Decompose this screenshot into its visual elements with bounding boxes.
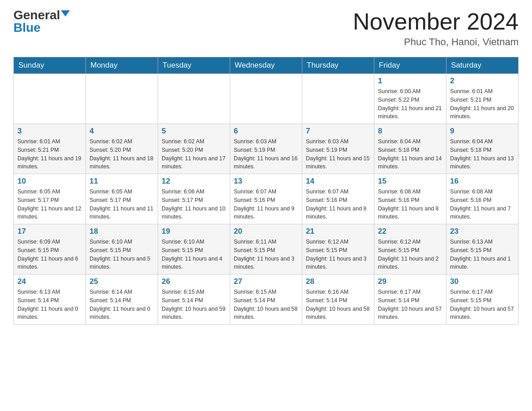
day-info: Sunrise: 6:13 AM Sunset: 5:15 PM Dayligh…: [450, 238, 515, 271]
day-number: 6: [234, 127, 298, 136]
weekday-header-sunday: Sunday: [14, 57, 86, 74]
calendar-cell: 29Sunrise: 6:17 AM Sunset: 5:14 PM Dayli…: [374, 274, 446, 325]
month-year-title: November 2024: [353, 9, 519, 34]
day-info: Sunrise: 6:12 AM Sunset: 5:15 PM Dayligh…: [378, 238, 442, 271]
calendar-week-row: 3Sunrise: 6:01 AM Sunset: 5:21 PM Daylig…: [14, 124, 519, 174]
day-number: 17: [17, 227, 82, 236]
page-header: General Blue November 2024 Phuc Tho, Han…: [13, 9, 519, 48]
weekday-header-monday: Monday: [86, 57, 158, 74]
day-info: Sunrise: 6:05 AM Sunset: 5:17 PM Dayligh…: [17, 188, 82, 221]
calendar-cell: 20Sunrise: 6:11 AM Sunset: 5:15 PM Dayli…: [230, 224, 302, 274]
day-info: Sunrise: 6:11 AM Sunset: 5:15 PM Dayligh…: [234, 238, 298, 271]
day-number: 26: [162, 277, 226, 286]
day-number: 10: [17, 177, 82, 186]
calendar-cell: 4Sunrise: 6:02 AM Sunset: 5:20 PM Daylig…: [86, 124, 158, 174]
calendar-cell: 26Sunrise: 6:15 AM Sunset: 5:14 PM Dayli…: [158, 274, 230, 325]
day-number: 21: [306, 227, 370, 236]
day-number: 2: [450, 77, 515, 86]
day-number: 23: [450, 227, 515, 236]
day-info: Sunrise: 6:08 AM Sunset: 5:16 PM Dayligh…: [450, 188, 515, 221]
calendar-cell: 28Sunrise: 6:16 AM Sunset: 5:14 PM Dayli…: [302, 274, 374, 325]
calendar-cell: [158, 74, 230, 124]
day-info: Sunrise: 6:07 AM Sunset: 5:16 PM Dayligh…: [234, 188, 298, 221]
day-info: Sunrise: 6:04 AM Sunset: 5:18 PM Dayligh…: [450, 137, 515, 171]
day-number: 5: [162, 127, 226, 136]
calendar-cell: 2Sunrise: 6:01 AM Sunset: 5:21 PM Daylig…: [446, 74, 519, 124]
calendar-cell: 19Sunrise: 6:10 AM Sunset: 5:15 PM Dayli…: [158, 224, 230, 274]
day-info: Sunrise: 6:12 AM Sunset: 5:15 PM Dayligh…: [306, 238, 370, 271]
day-info: Sunrise: 6:03 AM Sunset: 5:19 PM Dayligh…: [234, 137, 298, 171]
day-number: 3: [17, 127, 82, 136]
day-number: 29: [378, 277, 442, 286]
calendar-cell: 9Sunrise: 6:04 AM Sunset: 5:18 PM Daylig…: [446, 124, 519, 174]
calendar-cell: [302, 74, 374, 124]
day-number: 28: [306, 277, 370, 286]
day-number: 4: [90, 127, 154, 136]
logo-arrow-icon: [61, 10, 70, 17]
calendar-cell: 12Sunrise: 6:06 AM Sunset: 5:17 PM Dayli…: [158, 174, 230, 224]
day-number: 19: [162, 227, 226, 236]
day-number: 11: [90, 177, 154, 186]
title-section: November 2024 Phuc Tho, Hanoi, Vietnam: [353, 9, 519, 48]
day-info: Sunrise: 6:09 AM Sunset: 5:15 PM Dayligh…: [17, 238, 82, 271]
day-info: Sunrise: 6:01 AM Sunset: 5:21 PM Dayligh…: [17, 137, 82, 171]
day-number: 12: [162, 177, 226, 186]
day-info: Sunrise: 6:05 AM Sunset: 5:17 PM Dayligh…: [90, 188, 154, 221]
calendar-cell: 11Sunrise: 6:05 AM Sunset: 5:17 PM Dayli…: [86, 174, 158, 224]
day-info: Sunrise: 6:14 AM Sunset: 5:14 PM Dayligh…: [90, 288, 154, 321]
day-info: Sunrise: 6:03 AM Sunset: 5:19 PM Dayligh…: [306, 137, 370, 171]
day-info: Sunrise: 6:16 AM Sunset: 5:14 PM Dayligh…: [306, 288, 370, 321]
calendar-cell: 1Sunrise: 6:00 AM Sunset: 5:22 PM Daylig…: [374, 74, 446, 124]
day-number: 27: [234, 277, 298, 286]
weekday-header-friday: Friday: [374, 57, 446, 74]
day-info: Sunrise: 6:17 AM Sunset: 5:14 PM Dayligh…: [378, 288, 442, 321]
calendar-cell: 15Sunrise: 6:08 AM Sunset: 5:16 PM Dayli…: [374, 174, 446, 224]
day-number: 25: [90, 277, 154, 286]
calendar-cell: 14Sunrise: 6:07 AM Sunset: 5:16 PM Dayli…: [302, 174, 374, 224]
day-number: 18: [90, 227, 154, 236]
day-number: 24: [17, 277, 82, 286]
calendar-cell: [230, 74, 302, 124]
day-info: Sunrise: 6:06 AM Sunset: 5:17 PM Dayligh…: [162, 188, 226, 221]
calendar-cell: 24Sunrise: 6:13 AM Sunset: 5:14 PM Dayli…: [14, 274, 86, 325]
calendar-cell: 10Sunrise: 6:05 AM Sunset: 5:17 PM Dayli…: [14, 174, 86, 224]
calendar-week-row: 1Sunrise: 6:00 AM Sunset: 5:22 PM Daylig…: [14, 74, 519, 124]
logo-general-text: General: [13, 9, 60, 21]
day-number: 30: [450, 277, 515, 286]
calendar-cell: 21Sunrise: 6:12 AM Sunset: 5:15 PM Dayli…: [302, 224, 374, 274]
calendar-cell: 3Sunrise: 6:01 AM Sunset: 5:21 PM Daylig…: [14, 124, 86, 174]
day-info: Sunrise: 6:17 AM Sunset: 5:15 PM Dayligh…: [450, 288, 515, 321]
day-info: Sunrise: 6:08 AM Sunset: 5:16 PM Dayligh…: [378, 188, 442, 221]
calendar-cell: [86, 74, 158, 124]
day-number: 14: [306, 177, 370, 186]
calendar-cell: 8Sunrise: 6:04 AM Sunset: 5:18 PM Daylig…: [374, 124, 446, 174]
day-info: Sunrise: 6:10 AM Sunset: 5:15 PM Dayligh…: [162, 238, 226, 271]
calendar-table: SundayMondayTuesdayWednesdayThursdayFrid…: [13, 57, 519, 325]
day-info: Sunrise: 6:02 AM Sunset: 5:20 PM Dayligh…: [162, 137, 226, 171]
calendar-week-row: 17Sunrise: 6:09 AM Sunset: 5:15 PM Dayli…: [14, 224, 519, 274]
day-info: Sunrise: 6:01 AM Sunset: 5:21 PM Dayligh…: [450, 87, 515, 121]
day-number: 9: [450, 127, 515, 136]
day-info: Sunrise: 6:02 AM Sunset: 5:20 PM Dayligh…: [90, 137, 154, 171]
weekday-header-thursday: Thursday: [302, 57, 374, 74]
day-number: 16: [450, 177, 515, 186]
calendar-cell: 13Sunrise: 6:07 AM Sunset: 5:16 PM Dayli…: [230, 174, 302, 224]
calendar-cell: 6Sunrise: 6:03 AM Sunset: 5:19 PM Daylig…: [230, 124, 302, 174]
calendar-cell: 16Sunrise: 6:08 AM Sunset: 5:16 PM Dayli…: [446, 174, 519, 224]
location-subtitle: Phuc Tho, Hanoi, Vietnam: [353, 36, 519, 48]
calendar-cell: 25Sunrise: 6:14 AM Sunset: 5:14 PM Dayli…: [86, 274, 158, 325]
weekday-header-tuesday: Tuesday: [158, 57, 230, 74]
day-number: 20: [234, 227, 298, 236]
calendar-cell: 23Sunrise: 6:13 AM Sunset: 5:15 PM Dayli…: [446, 224, 519, 274]
calendar-cell: 17Sunrise: 6:09 AM Sunset: 5:15 PM Dayli…: [14, 224, 86, 274]
day-info: Sunrise: 6:13 AM Sunset: 5:14 PM Dayligh…: [17, 288, 82, 321]
day-number: 15: [378, 177, 442, 186]
day-info: Sunrise: 6:04 AM Sunset: 5:18 PM Dayligh…: [378, 137, 442, 171]
day-info: Sunrise: 6:10 AM Sunset: 5:15 PM Dayligh…: [90, 238, 154, 271]
calendar-cell: 7Sunrise: 6:03 AM Sunset: 5:19 PM Daylig…: [302, 124, 374, 174]
day-number: 7: [306, 127, 370, 136]
calendar-cell: 18Sunrise: 6:10 AM Sunset: 5:15 PM Dayli…: [86, 224, 158, 274]
calendar-week-row: 10Sunrise: 6:05 AM Sunset: 5:17 PM Dayli…: [14, 174, 519, 224]
calendar-cell: 27Sunrise: 6:15 AM Sunset: 5:14 PM Dayli…: [230, 274, 302, 325]
day-number: 8: [378, 127, 442, 136]
